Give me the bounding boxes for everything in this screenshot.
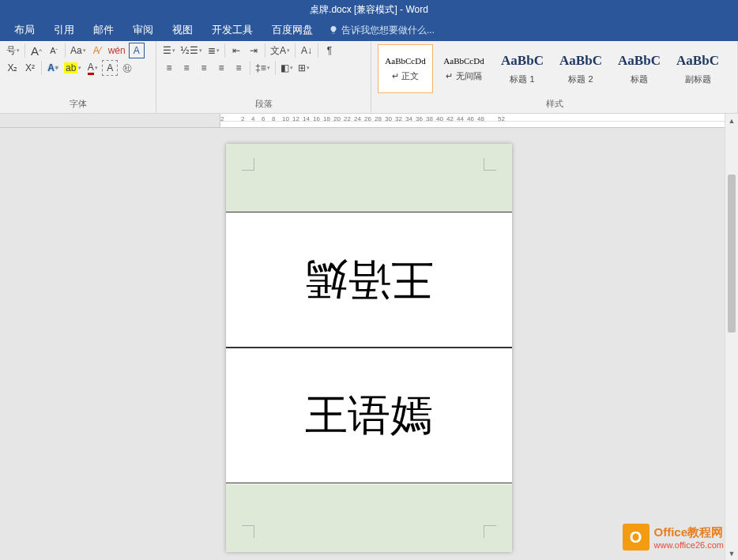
highlight-button[interactable]: ab▾ (62, 60, 83, 76)
align-center-button[interactable]: ≡ (179, 60, 194, 76)
page-margin-top (226, 144, 512, 212)
tell-me-placeholder: 告诉我您想要做什么... (341, 24, 435, 37)
ruler-tick: 6 (262, 115, 265, 122)
enclose-char-button[interactable]: ㊓ (119, 60, 135, 76)
bullets-button[interactable]: ☰▾ (161, 43, 177, 58)
tell-me-search[interactable]: 告诉我您想要做什么... (329, 24, 435, 37)
window-title: 桌牌.docx [兼容模式] - Word (310, 3, 428, 17)
subscript-button[interactable]: X₂ (5, 60, 21, 76)
ruler-tick: 2 (241, 115, 244, 122)
tab-mailings[interactable]: 邮件 (84, 19, 123, 41)
ruler-tick: 4 (251, 115, 254, 122)
font-size-box[interactable]: 号▾ (5, 43, 21, 58)
style-no-spacing[interactable]: AaBbCcDd ↵ 无间隔 (436, 44, 491, 93)
ruler-tick: 26 (364, 115, 371, 122)
ruler-tick: 38 (426, 115, 433, 122)
align-right-button[interactable]: ≡ (196, 60, 212, 76)
ruler-tick: 12 (292, 115, 299, 122)
page-margin-bottom (226, 484, 512, 552)
ribbon-tabs: 布局 引用 邮件 审阅 视图 开发工具 百度网盘 告诉我您想要做什么... (0, 19, 738, 41)
align-left-button[interactable]: ≡ (161, 60, 177, 76)
ruler-tick: 44 (457, 115, 464, 122)
indent-decrease-button[interactable]: ⇤ (228, 43, 244, 58)
style-heading1[interactable]: AaBbC 标题 1 (495, 44, 550, 93)
sort-button[interactable]: A↓ (299, 43, 314, 58)
style-title[interactable]: AaBbC 标题 (612, 44, 667, 93)
page: 王语嫣 王语嫣 (226, 144, 512, 552)
group-font: 号▾ A^ Aˇ Aa▾ A⁄ wén A X₂ X² A▾ ab▾ A▾ A … (0, 41, 156, 113)
title-bar: 桌牌.docx [兼容模式] - Word (0, 0, 738, 19)
style-subtitle[interactable]: AaBbC 副标题 (670, 44, 725, 93)
ruler-tick: 46 (467, 115, 474, 122)
watermark-url: www.office26.com (654, 540, 724, 550)
ruler-tick: 48 (477, 115, 484, 122)
ruler-tick: 42 (446, 115, 454, 122)
group-paragraph-label: 段落 (161, 96, 366, 113)
change-case-button[interactable]: Aa▾ (69, 43, 88, 58)
ruler-tick: 2 (220, 115, 224, 122)
font-color-button[interactable]: A▾ (85, 60, 100, 76)
borders-button[interactable]: ⊞▾ (296, 60, 312, 76)
align-justify-button[interactable]: ≡ (213, 60, 229, 76)
tab-baidu[interactable]: 百度网盘 (262, 19, 322, 41)
style-normal[interactable]: AaBbCcDd ↵ 正文 (378, 44, 433, 93)
shrink-font-button[interactable]: Aˇ (46, 43, 62, 58)
ruler-tick: 16 (313, 115, 320, 122)
vertical-scrollbar[interactable]: ▲ ▼ (725, 114, 738, 560)
tab-view[interactable]: 视图 (163, 19, 202, 41)
page-content[interactable]: 王语嫣 王语嫣 (226, 212, 512, 483)
ruler-tick: 36 (416, 115, 423, 122)
crop-mark-icon (484, 158, 496, 171)
watermark-brand: Office教程网 (654, 525, 724, 540)
ruler-tick: 52 (498, 115, 505, 122)
style-heading2[interactable]: AaBbC 标题 2 (553, 44, 608, 93)
phonetic-guide-button[interactable]: wén (107, 43, 127, 58)
crop-mark-icon (242, 525, 254, 538)
ruler-tick: 40 (436, 115, 443, 122)
ruler-tick: 34 (405, 115, 412, 122)
scroll-thumb[interactable] (728, 175, 736, 333)
group-styles: AaBbCcDd ↵ 正文 AaBbCcDd ↵ 无间隔 AaBbC 标题 1 … (371, 41, 738, 113)
tab-developer[interactable]: 开发工具 (202, 19, 262, 41)
superscript-button[interactable]: X² (22, 60, 38, 76)
ruler-tick: 8 (272, 115, 275, 122)
horizontal-ruler[interactable]: 2246810121416182022242628303234363840424… (0, 114, 738, 128)
watermark: O Office教程网 www.office26.com (623, 524, 724, 551)
ruler-tick: 32 (395, 115, 402, 122)
scroll-down-button[interactable]: ▼ (725, 547, 738, 560)
tab-layout[interactable]: 布局 (5, 19, 44, 41)
char-shading-button[interactable]: A (102, 60, 118, 76)
ruler-tick: 20 (333, 115, 341, 122)
nameplate-top[interactable]: 王语嫣 (226, 212, 512, 348)
scroll-track[interactable] (725, 127, 738, 547)
document-area[interactable]: 王语嫣 王语嫣 (0, 128, 738, 560)
tab-references[interactable]: 引用 (44, 19, 84, 41)
align-distribute-button[interactable]: ≡ (231, 60, 247, 76)
scroll-up-button[interactable]: ▲ (725, 114, 738, 127)
show-marks-button[interactable]: ¶ (322, 43, 337, 58)
ruler-tick: 30 (385, 115, 392, 122)
ribbon: 号▾ A^ Aˇ Aa▾ A⁄ wén A X₂ X² A▾ ab▾ A▾ A … (0, 41, 738, 114)
char-border-button[interactable]: A (129, 43, 145, 58)
shading-button[interactable]: ◧▾ (279, 60, 295, 76)
text-direction-button[interactable]: 文A▾ (269, 43, 292, 58)
lightbulb-icon (329, 25, 338, 35)
clear-format-button[interactable]: A⁄ (89, 43, 105, 58)
group-styles-label: 样式 (376, 96, 732, 113)
line-spacing-button[interactable]: ‡≡▾ (254, 60, 272, 76)
crop-mark-icon (484, 525, 496, 538)
ruler-tick: 22 (344, 115, 351, 122)
indent-increase-button[interactable]: ⇥ (246, 43, 262, 58)
group-paragraph: ☰▾ ⅟₂☰▾ ≣▾ ⇤ ⇥ 文A▾ A↓ ¶ ≡ ≡ ≡ ≡ ≡ ‡≡▾ (156, 41, 371, 113)
multilevel-button[interactable]: ≣▾ (205, 43, 221, 58)
ruler-tick: 14 (303, 115, 310, 122)
style-gallery[interactable]: AaBbCcDd ↵ 正文 AaBbCcDd ↵ 无间隔 AaBbC 标题 1 … (376, 43, 732, 95)
grow-font-button[interactable]: A^ (28, 43, 44, 58)
ruler-tick: 28 (375, 115, 382, 122)
tab-review[interactable]: 审阅 (123, 19, 163, 41)
crop-mark-icon (242, 158, 254, 171)
nameplate-bottom[interactable]: 王语嫣 (226, 348, 512, 483)
watermark-badge-icon: O (623, 524, 650, 551)
text-effects-button[interactable]: A▾ (45, 60, 61, 76)
numbering-button[interactable]: ⅟₂☰▾ (179, 43, 204, 58)
